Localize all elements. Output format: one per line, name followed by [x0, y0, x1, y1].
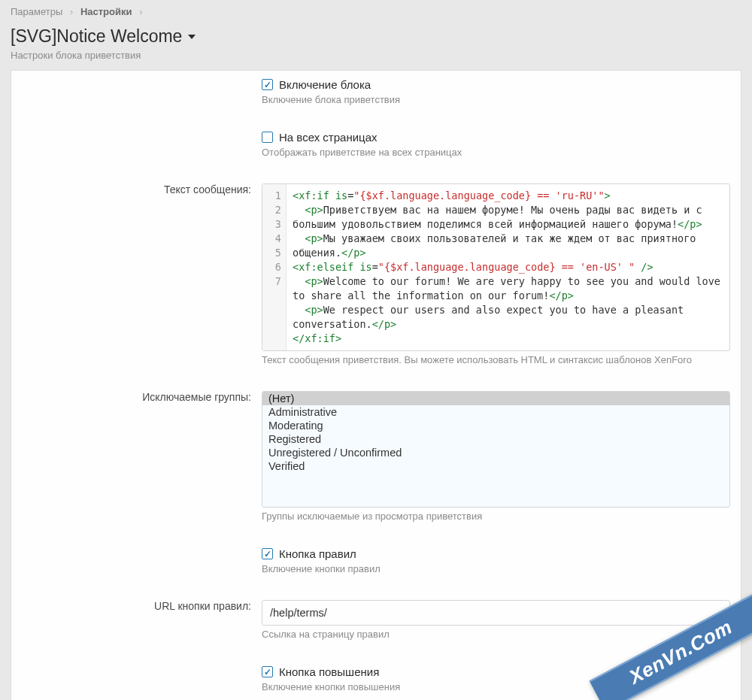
listbox-option[interactable]: Verified — [262, 459, 729, 473]
rules-button-checkbox[interactable]: Кнопка правил — [262, 547, 730, 560]
excluded-groups-listbox[interactable]: (Нет)AdministrativeModeratingRegisteredU… — [262, 391, 730, 508]
listbox-option[interactable]: Unregistered / Unconfirmed — [262, 446, 729, 459]
listbox-option[interactable]: Registered — [262, 432, 729, 446]
form-panel: Включение блока Включение блока приветст… — [11, 70, 741, 700]
message-text-hint: Текст сообщения приветствия. Вы можете и… — [262, 354, 730, 365]
excluded-groups-hint: Группы исключаемые из просмотра приветст… — [262, 511, 730, 522]
listbox-option[interactable]: Moderating — [262, 419, 729, 432]
checkbox-icon — [262, 132, 273, 143]
rules-button-label: Кнопка правил — [279, 547, 356, 560]
chevron-right-icon: › — [70, 6, 73, 17]
checkbox-icon — [262, 548, 273, 559]
page-title[interactable]: [SVG]Notice Welcome — [0, 23, 752, 48]
rules-url-hint: Ссылка на страницу правил — [262, 629, 730, 640]
rules-url-label: URL кнопки правил: — [11, 592, 262, 620]
all-pages-hint: Отображать приветствие на всех страницах — [262, 147, 730, 158]
breadcrumb-item-settings[interactable]: Настройки — [80, 6, 132, 17]
rules-button-hint: Включение кнопки правил — [262, 563, 730, 574]
listbox-option[interactable]: (Нет) — [262, 392, 729, 405]
checkbox-icon — [262, 79, 273, 90]
rules-url-input[interactable] — [262, 600, 730, 626]
message-code-editor[interactable]: 1234567 <xf:if is="{$xf.language.languag… — [262, 183, 730, 351]
enable-block-hint: Включение блока приветствия — [262, 94, 730, 105]
breadcrumb-item-parameters[interactable]: Параметры — [11, 6, 62, 17]
all-pages-checkbox[interactable]: На всех страницах — [262, 131, 730, 144]
chevron-right-icon: › — [139, 6, 142, 17]
all-pages-label: На всех страницах — [279, 131, 377, 144]
message-text-label: Текст сообщения: — [11, 176, 262, 203]
excluded-groups-label: Исключаемые группы: — [11, 383, 262, 411]
breadcrumb: Параметры › Настройки › — [0, 0, 752, 23]
listbox-option[interactable]: Administrative — [262, 405, 729, 419]
page-title-text: [SVG]Notice Welcome — [11, 26, 182, 47]
checkbox-icon — [262, 666, 273, 677]
enable-block-label: Включение блока — [279, 78, 371, 91]
enable-block-checkbox[interactable]: Включение блока — [262, 78, 730, 91]
caret-down-icon — [186, 26, 197, 47]
upgrade-button-label: Кнопка повышения — [279, 665, 379, 678]
page-subtitle: Настроки блока приветствия — [0, 48, 752, 70]
